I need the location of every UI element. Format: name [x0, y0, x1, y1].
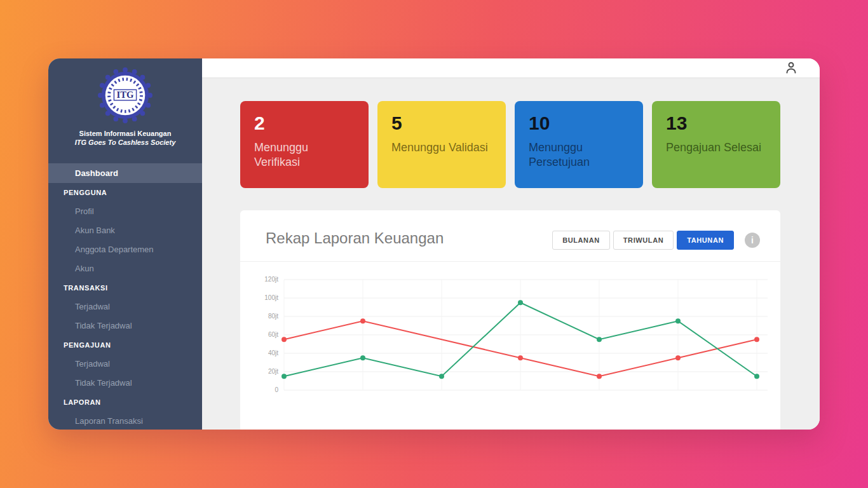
stat-value: 2: [254, 112, 355, 134]
report-title: Rekap Laporan Keuangan: [266, 228, 444, 248]
svg-text:120jt: 120jt: [264, 276, 278, 283]
sidebar-item-anggota-departemen[interactable]: Anggota Departemen: [48, 240, 202, 259]
sidebar-section-pengguna: PENGGUNA: [48, 189, 107, 196]
sidebar-section-laporan: LAPORAN: [48, 398, 101, 406]
stat-label: Menunggu Verifikasi: [254, 140, 355, 170]
sidebar-item-akun-bank[interactable]: Akun Bank: [48, 221, 202, 240]
info-icon[interactable]: i: [745, 233, 760, 248]
sidebar-section-pengajuan: PENGAJUAN: [48, 341, 111, 349]
report-card: Rekap Laporan Keuangan BULANAN TRIWULAN …: [240, 210, 780, 430]
user-menu-button[interactable]: [782, 58, 801, 78]
stat-value: 13: [666, 112, 766, 134]
sidebar: ITG Sistem Informasi Keuangan ITG Goes T…: [48, 58, 202, 430]
svg-text:80jt: 80jt: [268, 313, 278, 320]
sidebar-logo-block: ITG Sistem Informasi Keuangan ITG Goes T…: [48, 58, 202, 147]
sidebar-item-profil[interactable]: Profil: [48, 202, 202, 221]
svg-text:60jt: 60jt: [268, 331, 278, 338]
period-button-tahunan[interactable]: TAHUNAN: [677, 231, 734, 250]
main-area: 2 Menunggu Verifikasi 5 Menunggu Validas…: [202, 58, 820, 430]
sidebar-nav: Dashboard PENGGUNA Profil Akun Bank Angg…: [48, 164, 202, 430]
dashboard-content: 2 Menunggu Verifikasi 5 Menunggu Validas…: [202, 78, 820, 430]
stat-label: Menunggu Persetujuan: [529, 140, 629, 170]
stat-card-menunggu-validasi[interactable]: 5 Menunggu Validasi: [377, 101, 506, 188]
svg-text:0: 0: [275, 386, 278, 393]
user-icon: [783, 60, 799, 76]
stat-card-row: 2 Menunggu Verifikasi 5 Menunggu Validas…: [240, 101, 782, 188]
sidebar-item-transaksi-terjadwal[interactable]: Terjadwal: [48, 297, 202, 316]
svg-text:20jt: 20jt: [268, 368, 278, 375]
app-title-line1: Sistem Informasi Keuangan: [75, 130, 176, 139]
itg-logo-icon: ITG: [97, 67, 153, 123]
stat-card-pengajuan-selesai[interactable]: 13 Pengajuan Selesai: [652, 101, 780, 188]
stat-card-menunggu-verifikasi[interactable]: 2 Menunggu Verifikasi: [240, 101, 369, 188]
period-toggle-group: BULANAN TRIWULAN TAHUNAN i: [552, 231, 760, 250]
app-title-line2: ITG Goes To Cashless Society: [75, 139, 176, 147]
period-button-bulanan[interactable]: BULANAN: [552, 231, 610, 250]
report-chart-area: 120jt100jt80jt60jt40jt20jt0: [240, 262, 780, 403]
svg-text:ITG: ITG: [117, 90, 134, 100]
app-window: ITG Sistem Informasi Keuangan ITG Goes T…: [48, 58, 820, 430]
sidebar-item-pengajuan-tidak-terjadwal[interactable]: Tidak Terjadwal: [48, 374, 202, 393]
topbar: [202, 58, 820, 78]
stat-value: 5: [391, 112, 492, 134]
svg-text:40jt: 40jt: [268, 349, 278, 356]
period-button-triwulan[interactable]: TRIWULAN: [613, 231, 674, 250]
finance-line-chart: 120jt100jt80jt60jt40jt20jt0: [240, 273, 780, 400]
svg-text:100jt: 100jt: [264, 294, 278, 301]
stat-label: Pengajuan Selesai: [666, 140, 766, 155]
stat-card-menunggu-persetujuan[interactable]: 10 Menunggu Persetujuan: [515, 101, 643, 188]
sidebar-item-transaksi-tidak-terjadwal[interactable]: Tidak Terjadwal: [48, 316, 202, 336]
stat-label: Menunggu Validasi: [391, 140, 492, 155]
sidebar-item-akun[interactable]: Akun: [48, 259, 202, 278]
sidebar-section-transaksi: TRANSAKSI: [48, 284, 108, 292]
sidebar-item-dashboard[interactable]: Dashboard: [48, 163, 202, 183]
sidebar-item-laporan-transaksi[interactable]: Laporan Transaksi: [48, 412, 202, 430]
sidebar-item-pengajuan-terjadwal[interactable]: Terjadwal: [48, 355, 202, 374]
stat-value: 10: [529, 112, 629, 134]
report-header: Rekap Laporan Keuangan BULANAN TRIWULAN …: [240, 210, 780, 262]
app-title: Sistem Informasi Keuangan ITG Goes To Ca…: [75, 130, 176, 147]
